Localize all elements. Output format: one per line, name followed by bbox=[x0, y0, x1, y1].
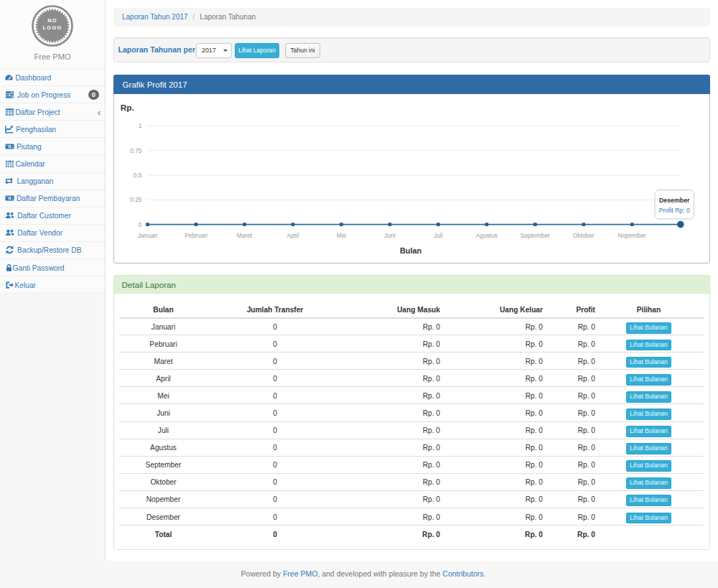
svg-text:April: April bbox=[287, 232, 299, 239]
svg-text:Agustus: Agustus bbox=[476, 232, 498, 239]
svg-text:LOGO: LOGO bbox=[43, 24, 62, 31]
svg-text:Maret: Maret bbox=[237, 232, 253, 239]
svg-text:0.75: 0.75 bbox=[130, 146, 142, 154]
svg-text:Rp.: Rp. bbox=[121, 102, 134, 112]
svg-text:Desember: Desember bbox=[659, 197, 690, 204]
svg-text:Januari: Januari bbox=[138, 232, 158, 239]
svg-text:0: 0 bbox=[139, 220, 142, 228]
svg-text:Juni: Juni bbox=[384, 232, 396, 239]
svg-text:NO: NO bbox=[47, 17, 57, 24]
svg-text:Oktober: Oktober bbox=[573, 232, 595, 239]
svg-text:0.25: 0.25 bbox=[130, 196, 142, 203]
svg-text:Juli: Juli bbox=[434, 232, 443, 239]
svg-text:Nopember: Nopember bbox=[618, 232, 646, 239]
svg-text:Mei: Mei bbox=[337, 232, 347, 239]
svg-text:September: September bbox=[521, 232, 550, 239]
svg-text:1: 1 bbox=[139, 122, 142, 129]
svg-text:Profit Rp: 0: Profit Rp: 0 bbox=[659, 206, 690, 213]
svg-text:0.5: 0.5 bbox=[134, 172, 142, 179]
svg-text:Pebruari: Pebruari bbox=[185, 232, 208, 239]
svg-text:Bulan: Bulan bbox=[400, 246, 421, 254]
